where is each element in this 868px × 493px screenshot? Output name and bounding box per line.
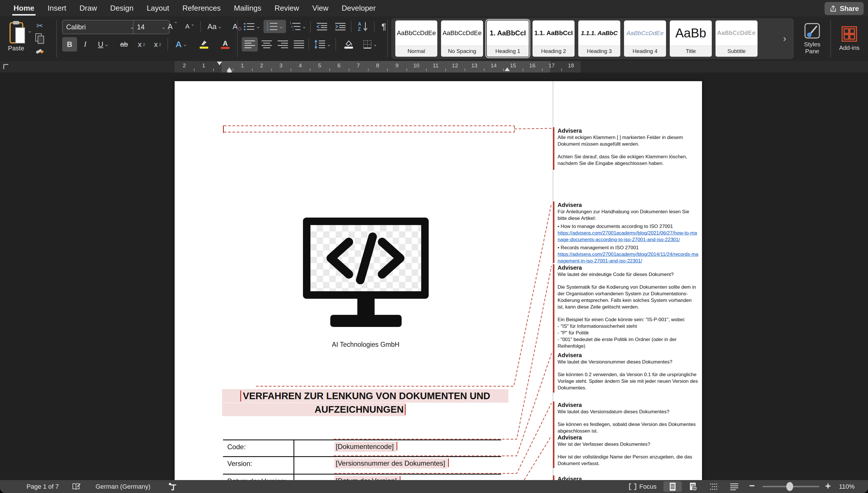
share-button[interactable]: Share xyxy=(825,2,864,15)
underline-button[interactable]: U⌄ xyxy=(93,37,114,51)
align-right-button[interactable] xyxy=(275,37,290,51)
right-indent-marker[interactable] xyxy=(505,67,510,71)
comment-card[interactable]: AdviseraWie lautet die Versionsnummer di… xyxy=(558,352,699,391)
left-indent-marker[interactable] xyxy=(227,71,231,72)
style-card-title[interactable]: AaBb Title xyxy=(670,20,712,57)
menu-tab-references[interactable]: References xyxy=(176,0,227,16)
document-title-line2[interactable]: AUFZEICHNUNGEN xyxy=(222,403,406,416)
style-card-heading-2[interactable]: 1.1. AaBbCcI Heading 2 xyxy=(533,20,575,57)
comment-card[interactable]: AdviseraAlle mit eckigen Klammern [ ] ma… xyxy=(558,127,699,167)
style-card-no-spacing[interactable]: AaBbCcDdEe No Spacing xyxy=(441,20,483,57)
menu-tab-developer[interactable]: Developer xyxy=(335,0,382,16)
menu-tab-mailings[interactable]: Mailings xyxy=(227,0,268,16)
change-case-button[interactable]: Aa⌄ xyxy=(203,20,226,33)
table-row-label[interactable]: Version: xyxy=(227,459,252,468)
highlight-color-button[interactable] xyxy=(194,37,214,51)
comment-card[interactable]: AdviseraWie lautet das Versionsdatum die… xyxy=(558,402,699,434)
focus-button[interactable]: Focus xyxy=(639,480,656,493)
zoom-out-button[interactable]: − xyxy=(749,479,755,492)
strikethrough-button[interactable]: ab xyxy=(116,37,132,51)
bold-label: B xyxy=(67,40,72,49)
tab-selector-icon[interactable] xyxy=(2,63,10,70)
placeholder-highlight[interactable]: [Versionsnummer des Dokumentes] xyxy=(334,458,447,469)
document-title-line1[interactable]: VERFAHREN ZUR LENKUNG VON DOKUMENTEN UND xyxy=(222,389,508,403)
table-row-label[interactable]: Code: xyxy=(227,443,246,451)
zoom-percentage[interactable]: 110% xyxy=(839,480,855,493)
font-size-combobox[interactable]: 14 ⌄ xyxy=(133,20,170,34)
font-name-combobox[interactable]: Calibri ⌄ xyxy=(62,20,138,34)
format-painter-button[interactable] xyxy=(34,45,46,57)
italic-button[interactable]: I xyxy=(79,37,91,51)
text-predictions-icon[interactable] xyxy=(168,483,177,491)
justify-button[interactable] xyxy=(292,37,306,51)
grow-font-button[interactable]: A⌃ xyxy=(164,20,181,33)
align-center-button[interactable] xyxy=(260,37,274,51)
placeholder-highlight[interactable]: [Dokumentencode] xyxy=(334,442,396,452)
paste-label[interactable]: Paste xyxy=(4,45,28,52)
comment-link[interactable]: https://advisera.com/27001academy/blog/2… xyxy=(558,252,698,264)
menu-tab-review[interactable]: Review xyxy=(268,0,306,16)
comment-change-bar xyxy=(553,127,554,170)
line-spacing-button[interactable]: ⌄ xyxy=(312,37,333,51)
menu-tab-home[interactable]: Home xyxy=(7,0,41,16)
proofing-status-icon[interactable] xyxy=(72,483,81,490)
font-color-button[interactable]: A xyxy=(215,37,235,51)
style-card-heading-3[interactable]: 1.1.1. AaBbC Heading 3 xyxy=(578,20,620,57)
comment-author: Advisera xyxy=(558,201,699,208)
draft-view-button[interactable] xyxy=(725,481,743,492)
superscript-button[interactable]: x2 xyxy=(150,37,165,51)
subscript-button[interactable]: x2 xyxy=(134,37,149,51)
cut-button[interactable]: ✂ xyxy=(34,20,46,31)
table-row-value[interactable]: [Dokumentencode] xyxy=(334,442,397,451)
style-card-heading-1[interactable]: 1. AaBbCcI Heading 1 xyxy=(487,20,529,57)
style-card-normal[interactable]: AaBbCcDdEe Normal xyxy=(395,20,437,57)
styles-pane-button[interactable]: Styles Pane xyxy=(796,19,828,59)
sort-button[interactable]: AZ xyxy=(354,20,372,33)
more-styles-chevron[interactable]: › xyxy=(783,33,786,44)
comment-card[interactable]: AdviseraWie lautet der eindeutige Code f… xyxy=(558,264,699,349)
menu-tab-layout[interactable]: Layout xyxy=(140,0,176,16)
zoom-slider-thumb[interactable] xyxy=(786,482,793,491)
shading-button[interactable] xyxy=(339,37,358,51)
paste-button[interactable] xyxy=(7,19,25,44)
style-card-heading-4[interactable]: AaBbCcDdEe Heading 4 xyxy=(624,20,666,57)
company-logo-monitor-icon[interactable] xyxy=(303,218,429,299)
style-label: Title xyxy=(670,45,712,57)
hanging-indent-marker[interactable] xyxy=(227,67,232,71)
align-left-button[interactable] xyxy=(242,37,258,51)
numbering-button[interactable]: 123⌄ xyxy=(264,20,286,33)
menu-tab-draw[interactable]: Draw xyxy=(73,0,104,16)
zoom-in-button[interactable]: + xyxy=(825,479,831,492)
add-ins-button[interactable]: Add-ins xyxy=(834,19,865,59)
web-layout-view-button[interactable] xyxy=(684,481,703,492)
increase-indent-button[interactable] xyxy=(332,20,349,33)
comment-author: Advisera xyxy=(558,352,699,359)
multilevel-list-button[interactable]: 1ai⌄ xyxy=(288,20,308,33)
horizontal-ruler[interactable]: 12345678910111213141516171821 xyxy=(0,61,868,72)
style-card-subtitle[interactable]: AaBbCcDdEe Subtitle xyxy=(715,20,758,57)
print-layout-view-button[interactable] xyxy=(664,481,682,492)
comment-card[interactable]: AdviseraWer ist der Verfasser dieses Dok… xyxy=(558,434,699,467)
comment-change-bar xyxy=(553,434,554,468)
show-paragraph-marks-button[interactable]: ¶ xyxy=(377,20,391,33)
first-line-indent-marker[interactable] xyxy=(217,62,222,65)
page-indicator[interactable]: Page 1 of 7 xyxy=(26,480,59,493)
menu-tab-view[interactable]: View xyxy=(306,0,335,16)
menu-tab-insert[interactable]: Insert xyxy=(41,0,73,16)
menu-tab-design[interactable]: Design xyxy=(104,0,140,16)
outline-view-button[interactable] xyxy=(705,481,723,492)
paste-dropdown-chevron[interactable]: ⌄ xyxy=(28,28,32,34)
borders-button[interactable]: ⌄ xyxy=(360,37,380,51)
bold-button[interactable]: B xyxy=(62,37,77,51)
decrease-indent-button[interactable] xyxy=(314,20,330,33)
comment-card[interactable]: AdviseraFür Anleitungen zur Handhabung v… xyxy=(558,201,699,264)
table-row-value[interactable]: [Versionsnummer des Dokumentes] xyxy=(334,458,449,467)
text-effects-button[interactable]: A⌄ xyxy=(170,37,192,51)
ruler-number: 6 xyxy=(333,62,345,69)
shrink-font-button[interactable]: A⌄ xyxy=(182,20,198,33)
bullets-button[interactable]: ⌄ xyxy=(242,20,262,33)
language-button[interactable]: German (Germany) xyxy=(95,480,151,493)
copy-button[interactable] xyxy=(34,33,46,44)
company-name[interactable]: AI Technologies GmbH xyxy=(294,341,438,348)
comment-link[interactable]: https://advisera.com/27001academy/blog/2… xyxy=(558,230,697,242)
